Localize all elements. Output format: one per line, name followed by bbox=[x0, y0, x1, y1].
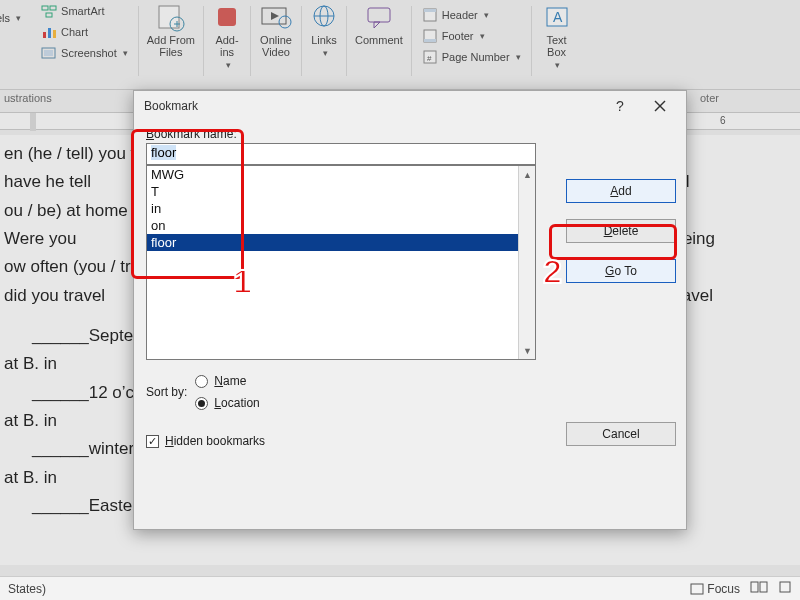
dialog-titlebar[interactable]: Bookmark ? bbox=[134, 91, 686, 121]
read-mode-icon bbox=[750, 581, 768, 593]
svg-rect-32 bbox=[751, 582, 758, 592]
bookmark-listbox[interactable]: MWG T in on floor ▲ ▼ bbox=[146, 165, 536, 360]
dialog-title: Bookmark bbox=[144, 99, 600, 113]
view-print-layout[interactable] bbox=[778, 581, 792, 596]
scroll-up-icon[interactable]: ▲ bbox=[519, 166, 536, 183]
cancel-button[interactable]: Cancel bbox=[566, 422, 676, 446]
scroll-down-icon[interactable]: ▼ bbox=[519, 342, 536, 359]
bookmark-name-input[interactable]: floor bbox=[146, 143, 536, 165]
checkbox-icon: ✓ bbox=[146, 435, 159, 448]
close-icon bbox=[654, 100, 666, 112]
list-item[interactable]: MWG bbox=[147, 166, 535, 183]
list-item[interactable]: T bbox=[147, 183, 535, 200]
focus-icon bbox=[690, 583, 704, 595]
sort-by-label: Sort by: bbox=[146, 385, 187, 399]
radio-icon bbox=[195, 375, 208, 388]
svg-rect-31 bbox=[691, 584, 703, 594]
print-layout-icon bbox=[778, 581, 792, 593]
annotation-number-2: 2 bbox=[543, 252, 562, 291]
close-button[interactable] bbox=[640, 92, 680, 120]
status-bar: States) Focus bbox=[0, 576, 800, 600]
sort-name-radio[interactable]: Name bbox=[195, 374, 259, 388]
listbox-scrollbar[interactable]: ▲ ▼ bbox=[518, 166, 535, 359]
delete-button[interactable]: Delete bbox=[566, 219, 676, 243]
go-to-button[interactable]: Go To bbox=[566, 259, 676, 283]
svg-rect-33 bbox=[760, 582, 767, 592]
help-button[interactable]: ? bbox=[600, 92, 640, 120]
radio-icon bbox=[195, 397, 208, 410]
list-item[interactable]: on bbox=[147, 217, 535, 234]
bookmark-name-label: Bookmark name: bbox=[146, 127, 674, 141]
svg-rect-34 bbox=[780, 582, 790, 592]
annotation-number-1: 1 bbox=[233, 262, 252, 301]
sort-location-radio[interactable]: Location bbox=[195, 396, 259, 410]
list-item-selected[interactable]: floor bbox=[147, 234, 535, 251]
view-read-mode[interactable] bbox=[750, 581, 768, 596]
focus-mode-button[interactable]: Focus bbox=[690, 582, 740, 596]
status-language-tail[interactable]: States) bbox=[8, 582, 46, 596]
list-item[interactable]: in bbox=[147, 200, 535, 217]
bookmark-dialog: Bookmark ? Bookmark name: floor MWG T in… bbox=[133, 90, 687, 530]
add-button[interactable]: Add bbox=[566, 179, 676, 203]
